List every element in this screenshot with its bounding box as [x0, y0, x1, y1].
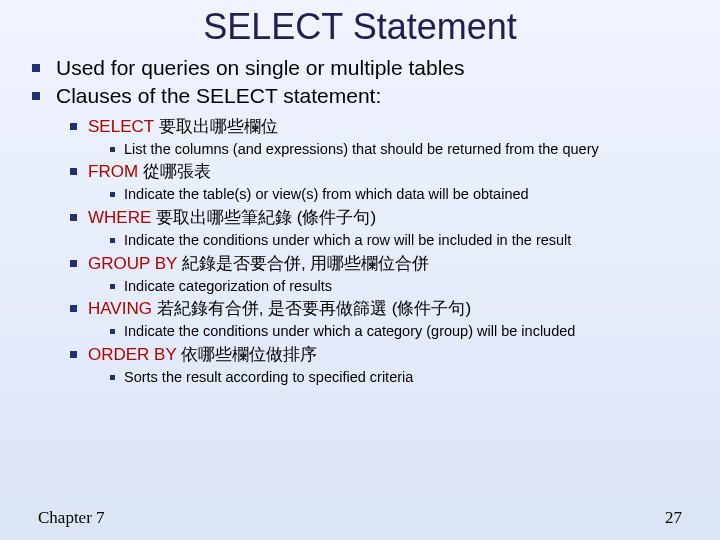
zh-where: 要取出哪些筆紀錄 (條件子句) — [156, 208, 376, 227]
clause-where: WHERE 要取出哪些筆紀錄 (條件子句) Indicate the condi… — [66, 207, 692, 251]
bullet-used-for: Used for queries on single or multiple t… — [28, 54, 692, 81]
zh-from: 從哪張表 — [143, 162, 211, 181]
clause-list: SELECT 要取出哪些欄位 List the columns (and exp… — [66, 116, 692, 388]
clause-orderby: ORDER BY 依哪些欄位做排序 Sorts the result accor… — [66, 344, 692, 388]
kw-from: FROM — [88, 162, 138, 181]
kw-groupby: GROUP BY — [88, 254, 177, 273]
zh-having: 若紀錄有合併, 是否要再做篩選 (條件子句) — [157, 299, 472, 318]
kw-select: SELECT — [88, 117, 154, 136]
clause-having: HAVING 若紀錄有合併, 是否要再做篩選 (條件子句) Indicate t… — [66, 298, 692, 342]
desc-select: List the columns (and expressions) that … — [106, 140, 692, 160]
kw-where: WHERE — [88, 208, 151, 227]
zh-select: 要取出哪些欄位 — [159, 117, 278, 136]
clause-from: FROM 從哪張表 Indicate the table(s) or view(… — [66, 161, 692, 205]
bullet-clauses: Clauses of the SELECT statement: SELECT … — [28, 82, 692, 387]
slide: SELECT Statement Used for queries on sin… — [0, 0, 720, 540]
kw-orderby: ORDER BY — [88, 345, 177, 364]
slide-title: SELECT Statement — [28, 0, 692, 54]
clause-groupby: GROUP BY 紀錄是否要合併, 用哪些欄位合併 Indicate categ… — [66, 253, 692, 297]
footer-chapter: Chapter 7 — [38, 508, 105, 528]
desc-where: Indicate the conditions under which a ro… — [106, 231, 692, 251]
desc-groupby: Indicate categorization of results — [106, 277, 692, 297]
clause-select: SELECT 要取出哪些欄位 List the columns (and exp… — [66, 116, 692, 160]
zh-groupby: 紀錄是否要合併, 用哪些欄位合併 — [182, 254, 429, 273]
desc-orderby: Sorts the result according to specified … — [106, 368, 692, 388]
desc-having: Indicate the conditions under which a ca… — [106, 322, 692, 342]
kw-having: HAVING — [88, 299, 152, 318]
desc-from: Indicate the table(s) or view(s) from wh… — [106, 185, 692, 205]
zh-orderby: 依哪些欄位做排序 — [181, 345, 317, 364]
bullet-clauses-label: Clauses of the SELECT statement: — [56, 84, 381, 107]
main-bullets: Used for queries on single or multiple t… — [28, 54, 692, 388]
footer-page: 27 — [665, 508, 682, 528]
